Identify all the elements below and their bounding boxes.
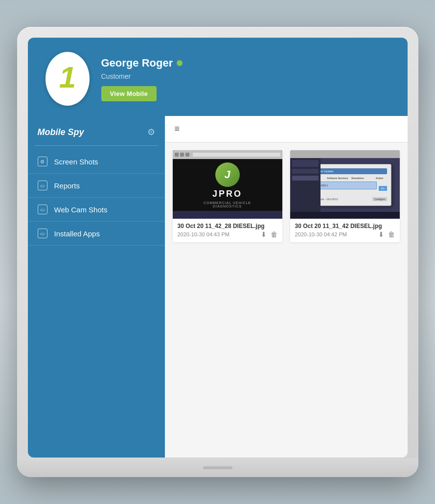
- delete-icon-1[interactable]: 🗑: [271, 230, 277, 238]
- main-content: Mobile Spy ⚙ ⚙ Screen Shots ▭ Reports: [28, 116, 408, 458]
- toolbar-btn-1: [175, 153, 179, 157]
- profile-role: Customer: [101, 72, 183, 80]
- jpro-content: J JPRO COMMERCIAL VEHICLEDIAGNOSTICS: [173, 159, 282, 211]
- sidebar-label-installed-apps: Installed Apps: [54, 229, 100, 238]
- app-container: 1 George Roger Customer View Mobile: [28, 38, 408, 458]
- screenshot-actions-2: ⬇ 🗑: [378, 230, 395, 238]
- esa-toolbar: [290, 150, 400, 158]
- right-panel-header: ≡: [165, 116, 408, 142]
- esa-update-details: 314311823-1 Close: [311, 182, 377, 195]
- screenshot-date-1: 2020-10-30 04:43 PM: [178, 231, 229, 237]
- esa-configure-btn[interactable]: Configure: [372, 197, 387, 201]
- toolbar-btn-2: [180, 153, 184, 157]
- screenshot-card-1: J JPRO COMMERCIAL VEHICLEDIAGNOSTICS: [173, 150, 282, 242]
- profile-info: George Roger Customer View Mobile: [101, 57, 183, 101]
- online-status-dot: [177, 60, 183, 66]
- jpro-logo-circle: J: [215, 162, 240, 187]
- sidebar-label-web-cam-shots: Web Cam Shots: [54, 206, 108, 214]
- esa-sidebar: [290, 158, 321, 212]
- right-panel: ≡: [165, 116, 408, 458]
- jpro-brand-text: JPRO: [212, 189, 242, 199]
- screenshot-date-row-2: 2020-10-30 04:42 PM ⬇ 🗑: [295, 230, 395, 238]
- jpro-taskbar: [173, 211, 282, 219]
- screenshot-info-1: 30 Oct 20 11_42_28 DIESEL.jpg 2020-10-30…: [173, 219, 282, 242]
- profile-name: George Roger: [101, 57, 183, 69]
- sidebar-title: Mobile Spy: [38, 127, 84, 137]
- esa-sidebar-item-1: [292, 160, 319, 167]
- sidebar-label-screen-shots: Screen Shots: [54, 158, 98, 166]
- esa-content: ESA Software Update Control Menu Softwar…: [290, 158, 400, 212]
- jpro-screen: J JPRO COMMERCIAL VEHICLEDIAGNOSTICS: [173, 150, 282, 219]
- laptop-screen: 1 George Roger Customer View Mobile: [28, 38, 408, 458]
- esa-taskbar: [290, 212, 400, 219]
- sidebar-title-row: Mobile Spy ⚙: [28, 116, 165, 145]
- screenshot-info-2: 30 Oct 20 11_31_42 DIESEL.jpg 2020-10-30…: [290, 219, 400, 242]
- sidebar-label-reports: Reports: [54, 182, 80, 190]
- reports-icon: ▭: [38, 181, 47, 190]
- laptop-bottom-bar: [17, 458, 418, 477]
- download-icon-2[interactable]: ⬇: [378, 230, 384, 238]
- esa-action-btns: Close: [311, 190, 377, 195]
- profile-header: 1 George Roger Customer View Mobile: [28, 38, 408, 116]
- hamburger-menu-icon[interactable]: ≡: [175, 124, 180, 134]
- jpro-logo-area: J JPRO COMMERCIAL VEHICLEDIAGNOSTICS: [204, 162, 251, 208]
- laptop-device: 1 George Roger Customer View Mobile: [17, 27, 418, 477]
- toolbar-address-bar: [193, 153, 280, 157]
- settings-gear-button[interactable]: ⚙: [147, 127, 155, 137]
- screenshots-grid: J JPRO COMMERCIAL VEHICLEDIAGNOSTICS: [165, 142, 408, 458]
- screenshot-actions-1: ⬇ 🗑: [261, 230, 277, 238]
- sidebar-item-screen-shots[interactable]: ⚙ Screen Shots: [28, 150, 165, 174]
- screenshot-date-2: 2020-10-30 04:42 PM: [295, 231, 347, 237]
- sidebar: Mobile Spy ⚙ ⚙ Screen Shots ▭ Reports: [28, 116, 165, 458]
- screenshot-date-row-1: 2020-10-30 04:43 PM ⬇ 🗑: [178, 230, 277, 238]
- download-icon-1[interactable]: ⬇: [261, 230, 267, 238]
- col-header-software: Software Services: [327, 177, 349, 180]
- screenshot-thumb-1: J JPRO COMMERCIAL VEHICLEDIAGNOSTICS: [173, 150, 282, 219]
- jpro-sub-text: COMMERCIAL VEHICLEDIAGNOSTICS: [204, 201, 251, 208]
- screenshot-filename-1: 30 Oct 20 11_42_28 DIESEL.jpg: [178, 223, 277, 229]
- esa-fix-button[interactable]: Fix: [379, 186, 387, 191]
- web-cam-icon: ▭: [38, 205, 47, 214]
- name-text: George Roger: [101, 57, 173, 69]
- sidebar-item-installed-apps[interactable]: ▭ Installed Apps: [28, 222, 165, 246]
- col-header-simulation: Simulation: [351, 177, 374, 180]
- jpro-toolbar: [173, 150, 282, 159]
- esa-version-box: 314311823-1: [311, 182, 377, 189]
- screen-shots-icon: ⚙: [38, 157, 47, 166]
- toolbar-btn-3: [185, 153, 189, 157]
- screenshot-thumb-2: ESA Software Update Control Menu Softwar…: [290, 150, 400, 219]
- col-header-action: Action: [376, 177, 387, 180]
- sidebar-item-reports[interactable]: ▭ Reports: [28, 174, 165, 198]
- svg-text:1: 1: [59, 60, 75, 94]
- screenshot-card-2: ESA Software Update Control Menu Softwar…: [290, 150, 400, 242]
- esa-sidebar-item-3: [292, 176, 319, 181]
- view-mobile-button[interactable]: View Mobile: [101, 86, 157, 101]
- screenshot-filename-2: 30 Oct 20 11_31_42 DIESEL.jpg: [295, 223, 395, 229]
- installed-apps-icon: ▭: [38, 229, 47, 238]
- delete-icon-2[interactable]: 🗑: [388, 230, 395, 238]
- avatar: 1: [46, 52, 90, 106]
- laptop-notch: [203, 466, 232, 469]
- esa-screen: ESA Software Update Control Menu Softwar…: [290, 150, 400, 219]
- sidebar-item-web-cam-shots[interactable]: ▭ Web Cam Shots: [28, 198, 165, 222]
- esa-sidebar-item-2: [292, 169, 319, 174]
- esa-vin-label: +3b119513: [325, 198, 371, 201]
- sidebar-nav: ⚙ Screen Shots ▭ Reports ▭ Web Cam Shots: [28, 146, 165, 246]
